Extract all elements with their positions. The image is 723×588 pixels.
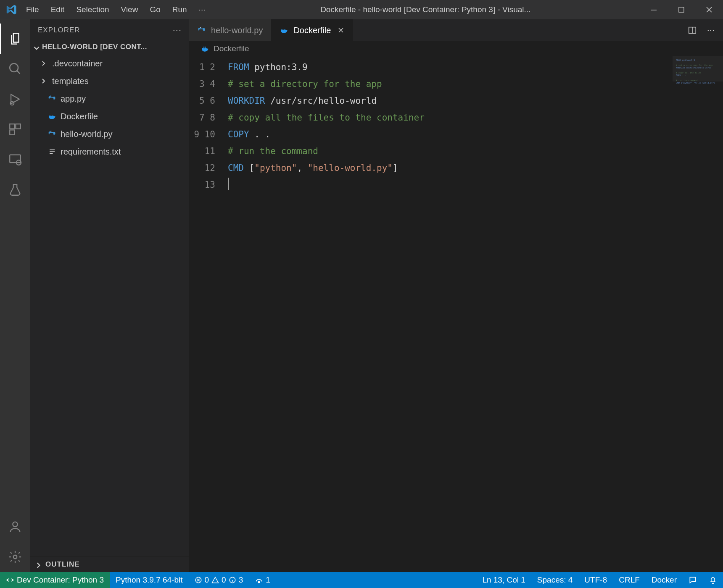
file-hello-world-py[interactable]: hello-world.py	[30, 125, 189, 143]
status-eol[interactable]: CRLF	[613, 572, 646, 588]
editor-group: hello-world.pyDockerfile ··· Dockerfile …	[189, 19, 723, 572]
svg-rect-1	[679, 7, 684, 12]
status-ports[interactable]: 1	[249, 572, 276, 588]
chevron-down-icon	[33, 44, 40, 52]
menubar: FileEditSelectionViewGoRun···	[20, 0, 211, 19]
svg-rect-7	[10, 155, 21, 163]
menu-view[interactable]: View	[115, 0, 144, 19]
activity-run-debug-icon[interactable]	[0, 84, 30, 114]
menu-file[interactable]: File	[20, 0, 45, 19]
chevron-right-icon	[39, 78, 49, 84]
svg-point-9	[13, 522, 17, 527]
editor-tab-actions: ···	[679, 19, 723, 41]
status-feedback-icon[interactable]	[683, 572, 703, 588]
main: EXPLORER ··· HELLO-WORLD [DEV CONT... .d…	[0, 19, 723, 572]
status-problems[interactable]: 0 0 3	[189, 572, 249, 588]
svg-point-17	[259, 581, 260, 583]
file-app-py[interactable]: app.py	[30, 90, 189, 108]
editor-tabs: hello-world.pyDockerfile ···	[189, 19, 723, 41]
chevron-right-icon	[34, 562, 42, 569]
svg-point-2	[10, 63, 18, 72]
status-bell-icon[interactable]	[703, 572, 723, 588]
menu-selection[interactable]: Selection	[70, 0, 115, 19]
tab-dockerfile[interactable]: Dockerfile	[272, 19, 353, 41]
minimap-slider[interactable]	[673, 56, 723, 81]
file-label: Dockerfile	[61, 112, 98, 121]
explorer-folder-name: HELLO-WORLD [DEV CONT...	[42, 43, 147, 51]
code-area[interactable]: FROM python:3.9# set a directory for the…	[224, 56, 673, 572]
titlebar: FileEditSelectionViewGoRun··· Dockerfile…	[0, 0, 723, 19]
file-label: hello-world.py	[61, 129, 112, 139]
file-tree: .devcontainertemplatesapp.pyDockerfilehe…	[30, 53, 189, 162]
python-icon	[47, 130, 57, 138]
explorer-folder-header[interactable]: HELLO-WORLD [DEV CONT...	[30, 41, 189, 53]
menu-go[interactable]: Go	[144, 0, 166, 19]
svg-point-13	[201, 27, 201, 28]
svg-rect-4	[10, 124, 14, 129]
explorer-more-icon[interactable]: ···	[173, 25, 182, 36]
menu-edit[interactable]: Edit	[45, 0, 71, 19]
lines-icon	[47, 148, 57, 155]
breadcrumb[interactable]: Dockerfile	[189, 41, 723, 56]
status-interpreter[interactable]: Python 3.9.7 64-bit	[110, 572, 189, 588]
outline-section[interactable]: OUTLINE	[34, 560, 185, 569]
outline-label: OUTLINE	[45, 560, 80, 569]
split-editor-icon[interactable]	[688, 26, 697, 35]
activity-settings-icon[interactable]	[0, 542, 30, 572]
status-cursor[interactable]: Ln 13, Col 1	[476, 572, 531, 588]
line-gutter: 1 2 3 4 5 6 7 8 9 10 11 12 13	[189, 56, 224, 572]
file-label: .devcontainer	[52, 59, 103, 68]
vscode-logo-icon	[3, 4, 20, 15]
window-title: Dockerfile - hello-world [Dev Container:…	[211, 5, 640, 14]
python-icon	[47, 94, 57, 103]
status-info: 3	[239, 575, 243, 585]
status-errors: 0	[205, 575, 209, 585]
activity-remote-explorer-icon[interactable]	[0, 144, 30, 175]
tab-hello-world-py[interactable]: hello-world.py	[189, 19, 272, 41]
tab-close-icon[interactable]	[335, 27, 344, 34]
activity-search-icon[interactable]	[0, 54, 30, 84]
tab-label: Dockerfile	[293, 26, 331, 35]
docker-icon	[47, 112, 57, 121]
minimize-button[interactable]	[640, 0, 668, 19]
docker-icon	[280, 26, 289, 34]
svg-point-12	[51, 131, 52, 132]
status-remote[interactable]: Dev Container: Python 3	[0, 572, 110, 588]
activity-extensions-icon[interactable]	[0, 114, 30, 144]
file-templates[interactable]: templates	[30, 72, 189, 90]
status-bar: Dev Container: Python 3 Python 3.9.7 64-…	[0, 572, 723, 588]
maximize-button[interactable]	[668, 0, 695, 19]
activity-explorer-icon[interactable]	[0, 24, 30, 54]
window-controls	[640, 0, 723, 19]
tab-label: hello-world.py	[211, 26, 263, 35]
python-icon	[198, 26, 207, 34]
explorer-title: EXPLORER	[38, 26, 80, 34]
activity-accounts-icon[interactable]	[0, 512, 30, 542]
svg-point-10	[13, 555, 17, 559]
status-ports-count: 1	[266, 575, 270, 585]
sidebar-explorer: EXPLORER ··· HELLO-WORLD [DEV CONT... .d…	[30, 19, 189, 572]
file-dockerfile[interactable]: Dockerfile	[30, 108, 189, 125]
editor-more-icon[interactable]: ···	[707, 25, 715, 36]
status-spaces[interactable]: Spaces: 4	[531, 572, 579, 588]
docker-icon	[201, 45, 209, 53]
file-requirements-txt[interactable]: requirements.txt	[30, 143, 189, 160]
chevron-right-icon	[39, 60, 49, 67]
activity-bar	[0, 19, 30, 572]
menu-moremoremore[interactable]: ···	[193, 0, 211, 19]
activity-testing-icon[interactable]	[0, 175, 30, 205]
status-remote-label: Dev Container: Python 3	[17, 575, 104, 585]
close-button[interactable]	[695, 0, 723, 19]
minimap[interactable]: FROM python:3.9 # set a directory for th…	[673, 56, 723, 572]
svg-rect-5	[16, 124, 20, 129]
status-language[interactable]: Docker	[646, 572, 683, 588]
breadcrumb-label: Dockerfile	[214, 44, 249, 53]
file-label: app.py	[61, 94, 86, 104]
code-editor[interactable]: 1 2 3 4 5 6 7 8 9 10 11 12 13 FROM pytho…	[189, 56, 723, 572]
file--devcontainer[interactable]: .devcontainer	[30, 55, 189, 72]
status-encoding[interactable]: UTF-8	[578, 572, 613, 588]
file-label: requirements.txt	[61, 147, 121, 157]
svg-point-11	[51, 96, 52, 97]
svg-rect-0	[651, 10, 657, 10]
menu-run[interactable]: Run	[166, 0, 193, 19]
